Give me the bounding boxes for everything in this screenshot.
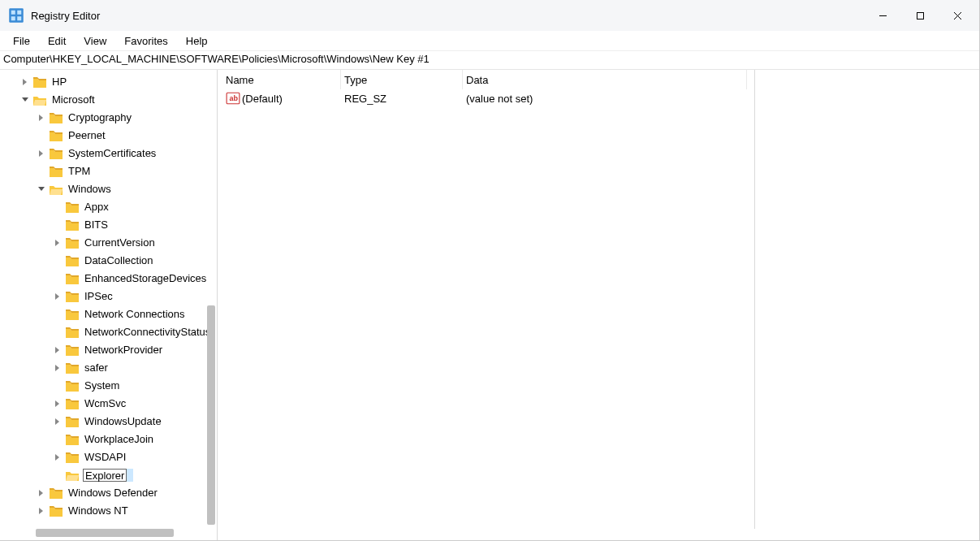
tree-node-peernet[interactable]: Peernet — [2, 127, 217, 145]
folder-icon — [65, 237, 80, 249]
svg-rect-3 — [11, 16, 15, 20]
folder-icon — [65, 452, 80, 463]
tree-label: Windows NT — [67, 502, 128, 520]
svg-rect-2 — [17, 11, 21, 15]
folder-icon — [65, 398, 80, 409]
tree-node-tpm[interactable]: TPM — [2, 162, 217, 180]
close-button[interactable] — [939, 0, 976, 31]
tree-label: WindowsUpdate — [83, 413, 162, 431]
chevron-right-icon[interactable] — [52, 416, 63, 427]
tree-label: IPSec — [83, 288, 113, 305]
folder-icon — [32, 76, 47, 88]
menu-help[interactable]: Help — [178, 33, 216, 49]
tree-node-windowsnt[interactable]: Windows NT — [2, 502, 217, 520]
folder-icon — [65, 380, 80, 392]
rename-input[interactable]: Explorer — [83, 469, 127, 482]
tree-node-bits[interactable]: BITS — [2, 216, 217, 234]
tree-node-networkprovider[interactable]: NetworkProvider — [2, 341, 217, 359]
chevron-right-icon[interactable] — [52, 291, 63, 302]
tree-label: CurrentVersion — [83, 234, 155, 252]
menu-favorites[interactable]: Favorites — [116, 33, 175, 49]
tree-node-wsdapi[interactable]: WSDAPI — [2, 448, 217, 466]
chevron-right-icon[interactable] — [52, 362, 63, 374]
menu-view[interactable]: View — [76, 33, 114, 49]
minimize-button[interactable] — [864, 0, 901, 31]
chevron-right-icon[interactable] — [36, 505, 47, 517]
chevron-right-icon[interactable] — [52, 237, 63, 249]
value-name: (Default) — [242, 93, 283, 105]
tree-node-enhancedstorage[interactable]: EnhancedStorageDevices — [2, 270, 217, 288]
tree-node-currentversion[interactable]: CurrentVersion — [2, 234, 217, 252]
tree-node-safer[interactable]: safer — [2, 359, 217, 377]
tree-label: Peernet — [67, 127, 106, 145]
chevron-right-icon[interactable] — [36, 112, 47, 123]
list-row[interactable]: ab (Default) REG_SZ (value not set) — [218, 89, 979, 107]
tree-node-systemcertificates[interactable]: SystemCertificates — [2, 145, 217, 162]
column-header-type[interactable]: Type — [341, 70, 463, 89]
menu-file[interactable]: File — [5, 33, 38, 49]
tree-node-networkconnectivity[interactable]: NetworkConnectivityStatus — [2, 323, 217, 341]
tree-node-system[interactable]: System — [2, 377, 217, 395]
horizontal-scrollbar[interactable] — [36, 529, 174, 537]
string-value-icon: ab — [226, 92, 240, 105]
vertical-scrollbar[interactable] — [207, 305, 215, 525]
app-icon — [8, 7, 24, 24]
menubar: File Edit View Favorites Help — [0, 31, 979, 50]
tree-node-hp[interactable]: HP — [2, 73, 217, 91]
svg-rect-1 — [11, 11, 15, 15]
folder-icon — [65, 309, 80, 320]
tree-node-appx[interactable]: Appx — [2, 198, 217, 216]
tree-node-networkconnections[interactable]: Network Connections — [2, 305, 217, 323]
tree-node-windowsdefender[interactable]: Windows Defender — [2, 484, 217, 502]
chevron-right-icon[interactable] — [52, 344, 63, 356]
tree-label: EnhancedStorageDevices — [83, 270, 206, 288]
folder-icon — [65, 255, 80, 266]
tree-node-windowsupdate[interactable]: WindowsUpdate — [2, 413, 217, 431]
folder-open-icon — [49, 184, 63, 195]
tree-label: Microsoft — [50, 91, 95, 109]
chevron-right-icon[interactable] — [52, 452, 63, 463]
tree-node-wcmsvc[interactable]: WcmSvc — [2, 395, 217, 413]
folder-icon — [65, 291, 80, 302]
tree-label: safer — [83, 359, 108, 377]
folder-open-icon — [65, 470, 80, 481]
chevron-right-icon[interactable] — [36, 148, 47, 159]
tree-label: BITS — [83, 216, 108, 234]
maximize-button[interactable] — [901, 0, 939, 31]
tree-node-microsoft[interactable]: Microsoft — [2, 91, 217, 109]
chevron-right-icon[interactable] — [52, 398, 63, 409]
folder-icon — [49, 487, 63, 499]
tree-node-workplacejoin[interactable]: WorkplaceJoin — [2, 431, 217, 448]
chevron-down-icon[interactable] — [36, 184, 47, 195]
tree-label: DataCollection — [83, 252, 153, 270]
tree-node-newkey-editing[interactable]: Explorer — [2, 466, 217, 484]
window-title: Registry Editor — [31, 10, 100, 22]
tree-label: HP — [50, 73, 67, 91]
folder-icon — [65, 344, 80, 356]
tree-node-ipsec[interactable]: IPSec — [2, 288, 217, 305]
tree-node-cryptography[interactable]: Cryptography — [2, 109, 217, 127]
value-data: (value not set) — [463, 93, 747, 105]
tree-label: TPM — [67, 162, 90, 180]
tree-node-windows[interactable]: Windows — [2, 180, 217, 198]
chevron-down-icon[interactable] — [19, 94, 31, 106]
tree-node-datacollection[interactable]: DataCollection — [2, 252, 217, 270]
column-header-name[interactable]: Name — [222, 70, 341, 89]
tree-label: Windows Defender — [67, 484, 158, 502]
column-header-data[interactable]: Data — [463, 70, 747, 89]
tree-label: Appx — [83, 198, 109, 216]
tree-label: SystemCertificates — [67, 145, 156, 162]
chevron-right-icon[interactable] — [19, 76, 31, 88]
folder-icon — [65, 362, 80, 374]
list-pane: Name Type Data ab (Default) REG_SZ (valu… — [218, 70, 979, 540]
address-bar[interactable]: Computer\HKEY_LOCAL_MACHINE\SOFTWARE\Pol… — [0, 50, 979, 70]
folder-icon — [65, 327, 80, 338]
tree-label: System — [83, 377, 119, 395]
folder-icon — [49, 505, 63, 517]
list-right-divider — [754, 70, 755, 529]
list-header: Name Type Data — [218, 70, 979, 89]
menu-edit[interactable]: Edit — [40, 33, 74, 49]
tree-label: WorkplaceJoin — [83, 431, 153, 448]
chevron-right-icon[interactable] — [36, 487, 47, 499]
tree-label: Cryptography — [67, 109, 132, 127]
